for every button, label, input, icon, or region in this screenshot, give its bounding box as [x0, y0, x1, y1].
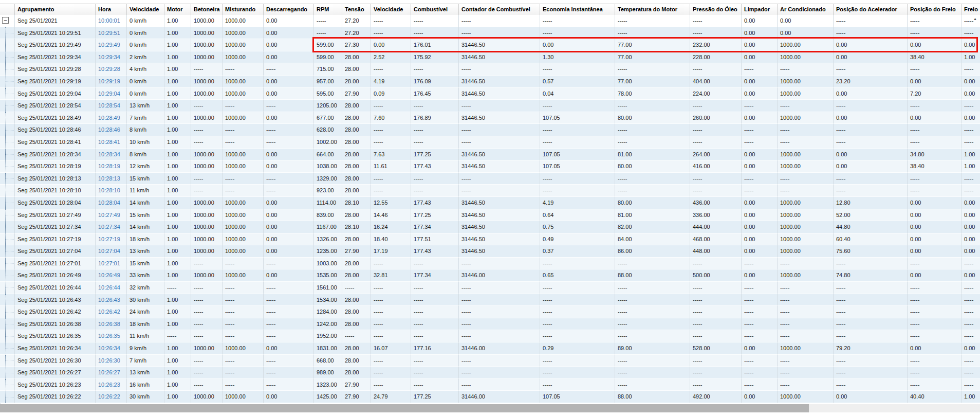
cell-freio[interactable]: 1.00	[961, 160, 980, 173]
cell-ar-condicionado[interactable]: -----	[778, 136, 834, 149]
cell-tensao[interactable]: -----	[342, 330, 371, 342]
cell-posicao-acelerador[interactable]: 0.00	[834, 149, 908, 161]
cell-contador-combustivel[interactable]: -----	[459, 15, 540, 27]
cell-velocidade[interactable]: 33 km/h	[127, 269, 164, 282]
cell-posicao-acelerador[interactable]: -----	[834, 282, 908, 294]
cell-limpador[interactable]: 0.00	[742, 221, 778, 233]
cell-limpador[interactable]: 0.00	[742, 149, 778, 161]
cell-ar-condicionado[interactable]: 1000.00	[778, 88, 834, 100]
cell-velocidade[interactable]: 4 km/h	[127, 63, 164, 76]
cell-motor[interactable]: -----	[164, 282, 191, 294]
cell-contador-combustivel[interactable]: 31446.50	[459, 245, 540, 258]
cell-posicao-acelerador[interactable]: 52.00	[834, 209, 908, 222]
cell-hora[interactable]: 10:29:51	[96, 27, 127, 40]
cell-contador-combustivel[interactable]: -----	[459, 173, 540, 185]
cell-temperatura-motor[interactable]: 86.00	[615, 245, 690, 258]
cell-betoneira[interactable]: 1000.00	[191, 342, 223, 355]
cell-temperatura-motor[interactable]: 80.00	[615, 197, 690, 209]
cell-pressao-oleo[interactable]: 264.00	[690, 149, 742, 161]
cell-combustivel[interactable]: 177.25	[411, 209, 459, 222]
cell-freio[interactable]: -----	[961, 294, 980, 306]
cell-hora[interactable]: 10:26:30	[96, 355, 127, 367]
cell-misturando[interactable]: 1000.00	[223, 391, 264, 403]
cell-posicao-acelerador[interactable]: -----	[834, 318, 908, 331]
cell-combustivel[interactable]: -----	[411, 124, 459, 136]
cell-misturando[interactable]: 1000.00	[223, 27, 264, 40]
cell-descarregando[interactable]: -----	[264, 330, 314, 342]
cell-tensao[interactable]: 27.20	[342, 15, 371, 27]
cell-contador-combustivel[interactable]: -----	[459, 136, 540, 149]
cell-velocidade[interactable]: 30 km/h	[127, 391, 164, 403]
cell-rpm[interactable]: 1242.00	[314, 318, 342, 331]
cell-rpm[interactable]: 1284.00	[314, 306, 342, 318]
cell-rpm[interactable]: 1534.00	[314, 294, 342, 306]
cell-misturando[interactable]: 1000.00	[223, 342, 264, 355]
cell-velocidade2[interactable]: -----	[371, 379, 411, 391]
cell-misturando[interactable]: -----	[223, 282, 264, 294]
cell-economia-instantanea[interactable]: -----	[540, 124, 615, 136]
cell-velocidade2[interactable]: -----	[371, 306, 411, 318]
cell-limpador[interactable]: 0.00	[742, 269, 778, 282]
cell-agrupamento[interactable]: Seg 25/01/2021 10:26:38	[15, 318, 96, 331]
cell-agrupamento[interactable]: Seg 25/01/2021 10:28:19	[15, 160, 96, 173]
cell-motor[interactable]: 1.00	[164, 367, 191, 379]
column-header-temperatura-motor[interactable]: Temperatura do Motor	[615, 4, 690, 15]
cell-temperatura-motor[interactable]: -----	[615, 355, 690, 367]
cell-tensao[interactable]: 28.00	[342, 51, 371, 64]
cell-limpador[interactable]: 0.00	[742, 15, 778, 27]
cell-pressao-oleo[interactable]: 336.00	[690, 209, 742, 222]
cell-velocidade2[interactable]: 0.00	[371, 39, 411, 51]
cell-freio[interactable]: -----	[961, 27, 980, 40]
cell-motor[interactable]: 1.00	[164, 27, 191, 40]
cell-posicao-acelerador[interactable]: 0.00	[834, 160, 908, 173]
cell-descarregando[interactable]: -----	[264, 294, 314, 306]
cell-combustivel[interactable]: -----	[411, 379, 459, 391]
cell-agrupamento[interactable]: Seg 25/01/2021 10:26:30	[15, 355, 96, 367]
cell-velocidade2[interactable]: -----	[371, 185, 411, 197]
cell-economia-instantanea[interactable]: 0.29	[540, 342, 615, 355]
cell-pressao-oleo[interactable]: 444.00	[690, 221, 742, 233]
cell-velocidade[interactable]: 13 km/h	[127, 367, 164, 379]
cell-misturando[interactable]: 1000.00	[223, 160, 264, 173]
cell-posicao-freio[interactable]: -----	[908, 258, 961, 270]
cell-posicao-freio[interactable]: 38.40	[908, 160, 961, 173]
table-row[interactable]: Seg 25/01/2021 10:29:5110:29:510 km/h1.0…	[0, 27, 980, 40]
cell-economia-instantanea[interactable]: -----	[540, 63, 615, 76]
cell-contador-combustivel[interactable]: -----	[459, 379, 540, 391]
cell-betoneira[interactable]: -----	[191, 136, 223, 149]
cell-betoneira[interactable]: 1000.00	[191, 149, 223, 161]
cell-pressao-oleo[interactable]: -----	[690, 136, 742, 149]
cell-misturando[interactable]: -----	[223, 367, 264, 379]
cell-tensao[interactable]: 27.90	[342, 391, 371, 403]
cell-economia-instantanea[interactable]: -----	[540, 136, 615, 149]
cell-combustivel[interactable]: 176.89	[411, 112, 459, 124]
cell-freio[interactable]: 1.00	[961, 149, 980, 161]
cell-combustivel[interactable]: 177.43	[411, 160, 459, 173]
cell-rpm[interactable]: 1561.00	[314, 282, 342, 294]
cell-misturando[interactable]: -----	[223, 379, 264, 391]
cell-contador-combustivel[interactable]: 31446.50	[459, 197, 540, 209]
cell-pressao-oleo[interactable]: 492.00	[690, 391, 742, 403]
cell-descarregando[interactable]: 0.00	[264, 160, 314, 173]
cell-ar-condicionado[interactable]: 1000.00	[778, 391, 834, 403]
cell-economia-instantanea[interactable]: 0.00	[540, 39, 615, 51]
cell-velocidade[interactable]: 14 km/h	[127, 221, 164, 233]
cell-hora[interactable]: 10:28:49	[96, 112, 127, 124]
table-row[interactable]: Seg 25/01/2021 10:26:2710:26:2713 km/h1.…	[0, 367, 980, 379]
cell-hora[interactable]: 10:28:41	[96, 136, 127, 149]
cell-descarregando[interactable]: 0.00	[264, 149, 314, 161]
cell-posicao-freio[interactable]: -----	[908, 367, 961, 379]
cell-hora[interactable]: 10:28:34	[96, 149, 127, 161]
cell-posicao-freio[interactable]: 0.00	[908, 112, 961, 124]
cell-hora[interactable]: 10:26:34	[96, 342, 127, 355]
cell-freio[interactable]: 0.00	[961, 269, 980, 282]
cell-pressao-oleo[interactable]: 224.00	[690, 88, 742, 100]
cell-hora[interactable]: 10:26:38	[96, 318, 127, 331]
cell-contador-combustivel[interactable]: 31446.50	[459, 51, 540, 64]
cell-economia-instantanea[interactable]: 1.30	[540, 51, 615, 64]
cell-ar-condicionado[interactable]: -----	[778, 185, 834, 197]
cell-economia-instantanea[interactable]: 0.64	[540, 209, 615, 222]
cell-rpm[interactable]: 1535.00	[314, 269, 342, 282]
cell-temperatura-motor[interactable]: -----	[615, 173, 690, 185]
table-row[interactable]: Seg 25/01/2021 10:28:4110:28:4110 km/h1.…	[0, 136, 980, 149]
